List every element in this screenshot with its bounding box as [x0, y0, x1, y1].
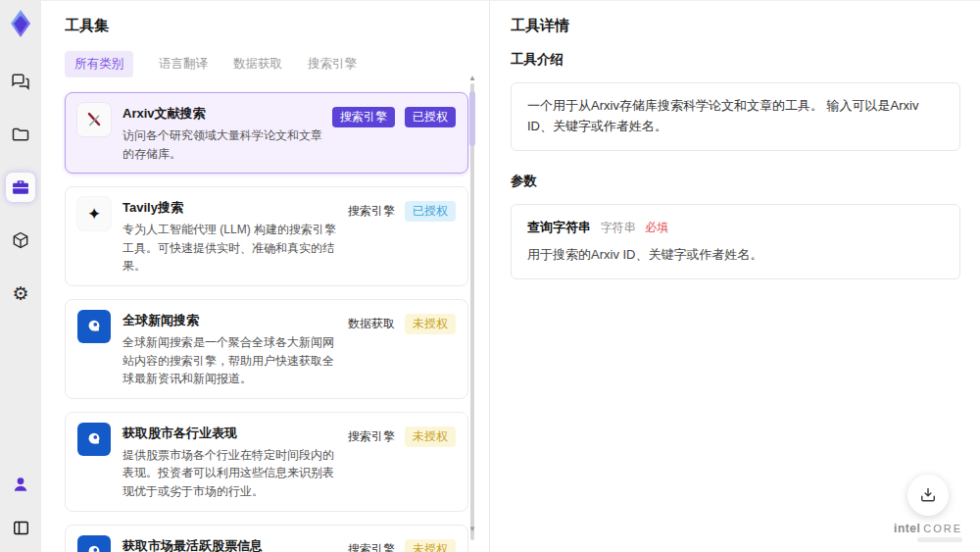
folder-icon: [11, 125, 30, 144]
intro-heading: 工具介绍: [511, 51, 960, 69]
parameter-box: 查询字符串 字符串 必填 用于搜索的Arxiv ID、关键字或作者姓名。: [511, 204, 960, 280]
auth-status-badge: 已授权: [405, 107, 456, 127]
category-tabs: 所有类别 语言翻译 数据获取 搜索引擎: [65, 51, 489, 77]
cube-icon: [11, 230, 30, 250]
tool-name: 全球新闻搜索: [122, 312, 338, 329]
main-area: 工具集 所有类别 语言翻译 数据获取 搜索引擎 Arxiv文献搜索 访问各个研究…: [41, 0, 980, 552]
tool-card-tavily[interactable]: ✦ Tavily搜索 专为人工智能代理 (LLM) 构建的搜索引擎工具。可快速提…: [65, 186, 468, 286]
sidebar-item-settings[interactable]: ⚙: [6, 278, 35, 308]
news-search-logo-icon: [77, 310, 111, 343]
detail-title: 工具详情: [511, 17, 960, 35]
tool-card-sector-performance[interactable]: 获取股市各行业表现 提供股票市场各个行业在特定时间段内的表现。投资者可以利用这些…: [65, 412, 468, 512]
tab-all-categories[interactable]: 所有类别: [65, 51, 133, 77]
corner-widgets: intel CORE: [894, 475, 962, 542]
sidebar-item-chat[interactable]: [6, 67, 35, 96]
auth-status-badge: 已授权: [405, 201, 456, 222]
scrollbar-track[interactable]: [470, 83, 474, 540]
tool-name: Arxiv文献搜索: [122, 105, 322, 123]
tool-description: 提供股票市场各个行业在特定时间段内的表现。投资者可以利用这些信息来识别表现优于或…: [122, 446, 338, 501]
param-description: 用于搜索的Arxiv ID、关键字或作者姓名。: [527, 245, 944, 266]
category-label: 搜索引擎: [348, 541, 395, 552]
tool-card-active-stocks[interactable]: 获取市场最活跃股票信息 提供当天交易量最高的股票列表，投资者可以利用这些信息来识…: [65, 525, 468, 552]
market-data-logo-icon: [77, 535, 111, 552]
tool-description: 专为人工智能代理 (LLM) 构建的搜索引擎工具。可快速提供实时、准确和真实的结…: [122, 221, 338, 276]
collapse-panel-button[interactable]: [6, 513, 35, 542]
sidebar-item-tools[interactable]: [6, 173, 35, 202]
category-label: 数据获取: [348, 316, 395, 332]
tool-card-list: Arxiv文献搜索 访问各个研究领域大量科学论文和文章的存储库。 搜索引擎 已授…: [65, 92, 468, 552]
category-badge: 搜索引擎: [332, 107, 395, 127]
intel-logo-subline: [917, 537, 962, 542]
param-required-flag: 必填: [645, 221, 668, 234]
tool-name: 获取股市各行业表现: [122, 425, 338, 442]
briefcase-icon: [11, 177, 30, 197]
tool-name: Tavily搜索: [122, 199, 338, 217]
tool-intro-box: 一个用于从Arxiv存储库搜索科学论文和文章的工具。 输入可以是Arxiv ID…: [511, 82, 960, 151]
auth-status-badge: 未授权: [405, 427, 456, 447]
sidebar-item-files[interactable]: [6, 120, 35, 149]
tool-list-panel: 工具集 所有类别 语言翻译 数据获取 搜索引擎 Arxiv文献搜索 访问各个研究…: [41, 1, 489, 552]
tool-card-global-news[interactable]: 全球新闻搜索 全球新闻搜索是一个聚合全球各大新闻网站内容的搜索引擎，帮助用户快速…: [65, 299, 468, 399]
scrollbar-thumb[interactable]: [469, 91, 475, 146]
auth-status-badge: 未授权: [405, 539, 456, 552]
category-label: 搜索引擎: [348, 203, 395, 220]
page-title: 工具集: [65, 17, 489, 35]
tool-description: 全球新闻搜索是一个聚合全球各大新闻网站内容的搜索引擎，帮助用户快速获取全球最新资…: [122, 333, 338, 388]
auth-status-badge: 未授权: [405, 314, 456, 334]
scroll-down-icon[interactable]: ▼: [467, 525, 477, 534]
tavily-logo-icon: ✦: [77, 197, 111, 230]
param-type: 字符串: [601, 221, 636, 234]
tool-card-arxiv[interactable]: Arxiv文献搜索 访问各个研究领域大量科学论文和文章的存储库。 搜索引擎 已授…: [65, 92, 468, 174]
gear-icon: ⚙: [12, 284, 28, 303]
category-label: 搜索引擎: [348, 428, 395, 445]
sidebar-item-plugins[interactable]: [6, 226, 35, 255]
param-name: 查询字符串: [527, 220, 591, 234]
app-logo[interactable]: [7, 8, 34, 39]
list-scrollbar[interactable]: ▲ ▼: [467, 74, 477, 552]
download-icon: [918, 485, 938, 505]
market-data-logo-icon: [77, 423, 111, 456]
tab-language-translation[interactable]: 语言翻译: [159, 51, 208, 77]
intel-core-logo: intel CORE: [894, 522, 962, 535]
user-avatar-button[interactable]: [6, 470, 35, 499]
panel-layout-icon: [12, 519, 30, 537]
params-heading: 参数: [511, 173, 960, 190]
user-icon: [11, 475, 30, 494]
tab-data-fetch[interactable]: 数据获取: [233, 51, 282, 77]
scroll-up-icon[interactable]: ▲: [467, 74, 477, 83]
tool-detail-panel: 工具详情 工具介绍 一个用于从Arxiv存储库搜索科学论文和文章的工具。 输入可…: [489, 1, 980, 552]
tool-name: 获取市场最活跃股票信息: [122, 537, 338, 552]
tool-description: 访问各个研究领域大量科学论文和文章的存储库。: [122, 126, 322, 163]
download-button[interactable]: [907, 475, 949, 516]
left-icon-rail: ⚙: [0, 0, 41, 552]
arxiv-logo-icon: [77, 103, 111, 136]
chat-icon: [11, 72, 30, 91]
tab-search-engine[interactable]: 搜索引擎: [308, 51, 357, 77]
